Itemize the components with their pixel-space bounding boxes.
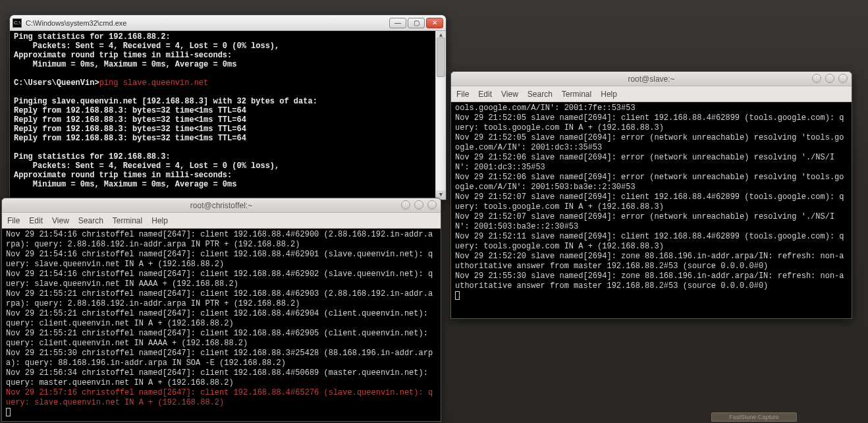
menu-search[interactable]: Search	[78, 216, 103, 225]
cmd-window-controls: — ▢ ✕	[389, 18, 443, 28]
log-line: Nov 29 21:52:07 slave named[2694]: error…	[455, 212, 834, 231]
menu-file[interactable]: File	[456, 90, 469, 99]
minimize-button[interactable]	[812, 74, 821, 83]
output-line: Reply from 192.168.88.3: bytes=32 time<1…	[14, 134, 246, 143]
close-button[interactable]	[427, 200, 437, 210]
close-button[interactable]	[838, 74, 848, 83]
maximize-button[interactable]	[414, 200, 423, 210]
menu-view[interactable]: View	[52, 216, 69, 225]
faststone-capture-widget[interactable]: FastStone Capture	[711, 412, 797, 422]
output-line: Packets: Sent = 4, Received = 4, Lost = …	[14, 161, 279, 171]
maximize-button[interactable]	[825, 74, 834, 83]
menu-edit[interactable]: Edit	[29, 216, 43, 225]
output-line: Minimum = 0ms, Maximum = 0ms, Average = …	[14, 60, 236, 69]
menu-edit[interactable]: Edit	[478, 90, 492, 99]
maximize-button[interactable]: ▢	[408, 18, 425, 28]
log-line: Nov 29 21:55:30 christoffel named[2647]:…	[6, 349, 433, 368]
output-line: Pinging slave.queenvin.net [192.168.88.3…	[14, 97, 317, 106]
log-line: Nov 29 21:55:21 christoffel named[2647]:…	[6, 329, 433, 348]
log-line: Nov 29 21:54:16 christoffel named[2647]:…	[6, 269, 433, 289]
menubar: File Edit View Search Terminal Help	[451, 86, 852, 102]
output-line: Reply from 192.168.88.3: bytes=32 time<1…	[14, 125, 246, 134]
log-line: Nov 29 21:55:30 slave named[2694]: zone …	[455, 271, 844, 291]
log-line: Nov 29 21:52:20 slave named[2694]: zone …	[455, 252, 844, 271]
output-line: Approximate round trip times in milli-se…	[14, 51, 232, 60]
menu-view[interactable]: View	[501, 90, 518, 99]
slave-terminal-window[interactable]: root@slave:~ File Edit View Search Termi…	[450, 71, 852, 319]
output-line: Reply from 192.168.88.3: bytes=32 time<1…	[14, 115, 246, 125]
window-title: root@christoffel:~	[190, 201, 252, 210]
christoffel-terminal-window[interactable]: root@christoffel:~ File Edit View Search…	[1, 198, 441, 422]
cmd-icon: C:\	[13, 18, 22, 28]
slave-output[interactable]: ools.google.com/A/IN': 2001:7fe::53#53 N…	[451, 102, 852, 318]
log-line: Nov 29 21:52:06 slave named[2694]: error…	[455, 173, 844, 192]
output-line: Ping statistics for 192.168.88.2:	[14, 32, 171, 42]
output-line: Minimum = 0ms, Maximum = 0ms, Average = …	[14, 180, 236, 189]
log-line: ools.google.com/A/IN': 2001:7fe::53#53	[455, 103, 636, 113]
menu-file[interactable]: File	[7, 216, 20, 225]
log-line: Nov 29 21:52:06 slave named[2694]: error…	[455, 153, 834, 172]
menu-search[interactable]: Search	[528, 90, 553, 99]
faststone-label: FastStone Capture	[729, 414, 779, 420]
cmd-output[interactable]: Ping statistics for 192.168.88.2: Packet…	[10, 31, 446, 200]
menu-help[interactable]: Help	[601, 90, 617, 99]
log-line: Nov 29 21:55:21 christoffel named[2647]:…	[6, 289, 433, 308]
output-line: Reply from 192.168.88.3: bytes=32 time<1…	[14, 106, 246, 115]
cmd-window[interactable]: C:\ C:\Windows\system32\cmd.exe — ▢ ✕ Pi…	[9, 14, 447, 200]
christoffel-output[interactable]: Nov 29 21:54:16 christoffel named[2647]:…	[2, 229, 441, 421]
window-title: root@slave:~	[628, 74, 674, 84]
log-line: Nov 29 21:56:34 christoffel named[2647]:…	[6, 368, 433, 387]
log-line: Nov 29 21:55:21 christoffel named[2647]:…	[6, 309, 433, 328]
cmd-titlebar[interactable]: C:\ C:\Windows\system32\cmd.exe — ▢ ✕	[10, 15, 446, 31]
output-line: Approximate round trip times in milli-se…	[14, 171, 232, 180]
christoffel-titlebar[interactable]: root@christoffel:~	[2, 198, 441, 213]
menubar: File Edit View Search Terminal Help	[2, 213, 441, 229]
minimize-button[interactable]: —	[389, 18, 406, 28]
cmd-scrollbar[interactable]: ▲ ▼	[435, 31, 446, 200]
cursor-icon	[455, 291, 460, 300]
typed-command: ping slave.queenvin.net	[99, 78, 209, 88]
output-line: Packets: Sent = 4, Received = 4, Lost = …	[14, 42, 279, 51]
scroll-thumb[interactable]	[437, 38, 445, 77]
minimize-button[interactable]	[401, 200, 410, 210]
menu-help[interactable]: Help	[151, 216, 168, 225]
log-line: Nov 29 21:52:05 slave named[2694]: clien…	[455, 113, 844, 132]
menu-terminal[interactable]: Terminal	[113, 216, 142, 225]
slave-titlebar[interactable]: root@slave:~	[451, 72, 852, 86]
prompt: C:\Users\QueenVin>	[14, 78, 99, 88]
log-line: Nov 29 21:52:05 slave named[2694]: error…	[455, 133, 844, 152]
menu-terminal[interactable]: Terminal	[562, 90, 591, 99]
log-line-error: Nov 29 21:57:16 christoffel named[2647]:…	[6, 388, 433, 407]
log-line: Nov 29 21:52:07 slave named[2694]: clien…	[455, 192, 844, 212]
log-line: Nov 29 21:54:16 christoffel named[2647]:…	[6, 250, 433, 269]
log-line: Nov 29 21:54:16 christoffel named[2647]:…	[6, 230, 433, 249]
close-button[interactable]: ✕	[426, 18, 443, 28]
window-controls	[401, 200, 437, 210]
output-line: Ping statistics for 192.168.88.3:	[14, 152, 171, 161]
cursor-icon	[6, 408, 11, 416]
window-controls	[812, 74, 848, 83]
log-line: Nov 29 21:52:11 slave named[2694]: clien…	[455, 232, 844, 251]
cmd-title: C:\Windows\system32\cmd.exe	[26, 19, 389, 27]
